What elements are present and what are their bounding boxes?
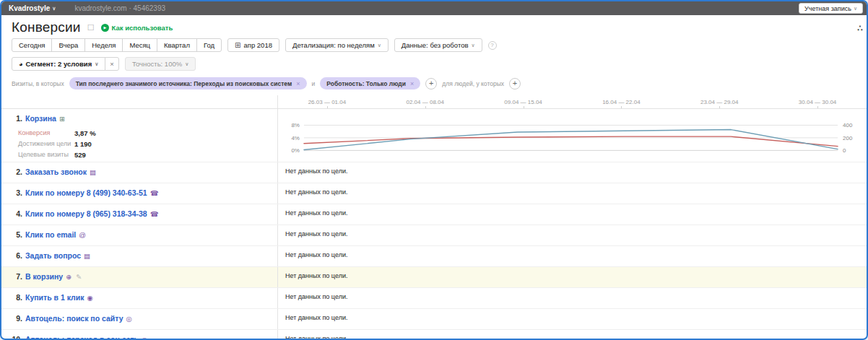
svg-text:400: 400 (843, 122, 853, 128)
remove-chip-icon[interactable]: × (410, 80, 414, 87)
detail-label: Детализация: по неделям (292, 41, 375, 49)
settings-icon[interactable]: ∴ (857, 23, 863, 33)
goal-link[interactable]: Автоцель: переход в соц.сеть (25, 335, 139, 340)
goal-row: 10. Автоцель: переход в соц.сеть ◉ Нет д… (1, 330, 867, 340)
date-tick-label: 30.04 — 30.04 (768, 95, 867, 108)
date-range-button[interactable]: ⊞ апр 2018 (227, 38, 279, 52)
date-tick-label: 02.04 — 08.04 (376, 95, 474, 108)
segment-icon: ◕ (19, 61, 22, 68)
date-tick-label: 26.03 — 01.04 (278, 95, 376, 108)
date-tick-label: 23.04 — 29.04 (670, 95, 768, 108)
goal-no-data: Нет данных по цели. (278, 288, 867, 308)
edit-goal-icon[interactable]: ✎ (76, 273, 82, 281)
chart-date-header: 26.03 — 01.04 02.04 — 08.04 09.04 — 15.0… (1, 95, 867, 109)
goal-link[interactable]: Купить в 1 клик (25, 293, 84, 302)
period-button-year[interactable]: Год (196, 38, 222, 52)
goal-number: 7. (10, 272, 22, 281)
goal-row-highlighted: 7. В корзину ⊕ ✎ Нет данных по цели. (1, 267, 867, 288)
goal-number: 9. (10, 314, 22, 323)
metric-label: Целевые визиты (18, 151, 74, 159)
date-tick-label: 09.04 — 15.04 (474, 95, 573, 108)
calendar-icon: ⊞ (235, 41, 240, 49)
conversion-chart: 8%4%0%4002000 (278, 109, 867, 162)
goal-number: 4. (10, 209, 22, 218)
help-icon[interactable]: ? (488, 41, 497, 50)
period-button-today[interactable]: Сегодня (12, 38, 52, 52)
goal-number: 8. (10, 293, 22, 302)
chevron-down-icon: ∨ (52, 6, 56, 12)
data-label: Данные: без роботов (402, 41, 469, 49)
svg-text:4%: 4% (291, 135, 300, 141)
goal-row: 4. Клик по номеру 8 (965) 318-34-38 ☎ Не… (1, 204, 867, 225)
period-button-yesterday[interactable]: Вчера (51, 38, 85, 52)
goal-link[interactable]: Автоцель: поиск по сайту (25, 314, 123, 323)
counter-name: Kvadrostyle (9, 4, 50, 12)
segment-label: Сегмент: 2 условия (25, 60, 92, 68)
goal-link[interactable]: Клик по номеру 8 (965) 318-34-38 (25, 209, 147, 218)
metric-label: Достижения цели (18, 140, 74, 148)
goal-type-icon: ▤ (84, 252, 90, 260)
chevron-down-icon: ∨ (471, 43, 474, 48)
goal-type-icon: ⊕ (66, 273, 71, 281)
goal-row: 9. Автоцель: поиск по сайту ◎ Нет данных… (1, 309, 867, 330)
remove-chip-icon[interactable]: × (296, 80, 300, 87)
segment-dropdown[interactable]: ◕ Сегмент: 2 условия ∨ (12, 57, 105, 71)
svg-text:8%: 8% (291, 122, 300, 128)
goal-no-data: Нет данных по цели. (278, 246, 867, 266)
goal-link[interactable]: Клик по email (25, 230, 76, 239)
goal-number: 10. (10, 335, 22, 340)
svg-text:0%: 0% (291, 147, 300, 154)
filter-chip-source[interactable]: Тип последнего значимого источника: Пере… (69, 77, 307, 90)
goal-number: 3. (10, 188, 22, 197)
filter-prefix: Визиты, в которых (12, 80, 64, 87)
account-button[interactable]: Учетная запись ∨ (799, 3, 863, 14)
period-button-week[interactable]: Неделя (84, 38, 123, 52)
title-row: Конверсии ☐ ▶ Как использовать (12, 19, 856, 35)
howto-label: Как использовать (112, 24, 173, 32)
bookmark-icon[interactable]: ☐ (87, 23, 95, 32)
goal-type-icon: ▤ (90, 168, 96, 176)
date-range-label: апр 2018 (243, 41, 272, 49)
chevron-down-icon: ∨ (185, 61, 188, 67)
goal-row: 8. Купить в 1 клик ◉ Нет данных по цели. (1, 288, 867, 309)
goal-row: 3. Клик по номеру 8 (499) 340-63-51 ☎ Не… (1, 183, 867, 204)
segment-remove-button[interactable]: × (105, 57, 119, 71)
chevron-down-icon: ∨ (95, 61, 98, 67)
howto-link[interactable]: ▶ Как использовать (101, 24, 173, 32)
counter-meta: kvadrostyle.com · 45462393 (74, 4, 165, 12)
data-dropdown[interactable]: Данные: без роботов ∨ (394, 38, 482, 52)
goal-type-icon: ⊞ (59, 115, 65, 123)
period-button-month[interactable]: Месяц (122, 38, 157, 52)
accuracy-label: Точность: 100% (132, 60, 182, 68)
svg-text:200: 200 (843, 135, 853, 141)
goal-link[interactable]: Задать вопрос (25, 251, 81, 260)
add-visit-condition-button[interactable]: + (425, 78, 437, 90)
filter-chip-label: Тип последнего значимого источника: Пере… (76, 80, 292, 87)
filter-row: Визиты, в которых Тип последнего значимо… (12, 77, 856, 90)
goal-link[interactable]: Заказать звонок (25, 167, 87, 176)
period-button-quarter[interactable]: Квартал (157, 38, 197, 52)
goal-type-icon: ◉ (87, 294, 92, 302)
goals-table: 26.03 — 01.04 02.04 — 08.04 09.04 — 15.0… (1, 95, 867, 340)
goal-type-icon: @ (79, 231, 86, 239)
goal-link[interactable]: Клик по номеру 8 (499) 340-63-51 (25, 188, 147, 197)
filter-suffix: для людей, у которых (442, 80, 504, 87)
chevron-down-icon: ∨ (854, 6, 857, 12)
play-icon: ▶ (101, 24, 109, 32)
add-user-condition-button[interactable]: + (509, 78, 521, 90)
goal-type-icon: ☎ (150, 210, 159, 218)
goal-link[interactable]: Корзина (25, 114, 56, 123)
goal-no-data: Нет данных по цели. (278, 225, 867, 245)
filter-chip-robots[interactable]: Роботность: Только люди × (320, 77, 420, 90)
counter-selector[interactable]: Kvadrostyle ∨ (9, 4, 56, 12)
goal-no-data: Нет данных по цели. (278, 162, 867, 183)
goal-link[interactable]: В корзину (25, 272, 63, 281)
goal-no-data: Нет данных по цели. (278, 204, 867, 225)
goal-no-data: Нет данных по цели. (278, 330, 867, 340)
metric-label: Конверсия (18, 129, 74, 137)
goal-type-icon: ☎ (150, 189, 159, 197)
goal-row: 6. Задать вопрос ▤ Нет данных по цели. (1, 246, 867, 267)
app-window: Kvadrostyle ∨ kvadrostyle.com · 45462393… (0, 0, 868, 340)
accuracy-dropdown[interactable]: Точность: 100% ∨ (125, 57, 196, 71)
detail-dropdown[interactable]: Детализация: по неделям ∨ (285, 38, 389, 52)
